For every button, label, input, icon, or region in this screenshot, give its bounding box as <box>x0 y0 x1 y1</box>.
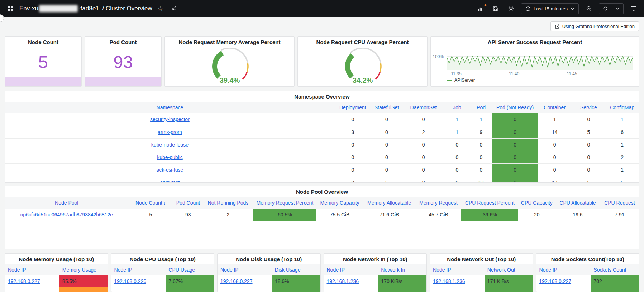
column-header-cpu-request[interactable]: CPU Request <box>600 197 639 209</box>
panel-title[interactable]: Node Pool Overview <box>5 186 639 197</box>
panel-title[interactable]: Namespace Overview <box>5 91 639 102</box>
namespace-link[interactable]: arms-prom <box>158 129 182 135</box>
sub-header: Using Grafana Professional Edition <box>0 17 644 36</box>
y-axis-tick: 100% <box>431 54 447 70</box>
column-header-job[interactable]: Job <box>444 102 470 113</box>
dashboard-title-suffix: -fad8e1 <box>78 5 99 12</box>
panel-title[interactable]: Node Memory Usage (Top 10) <box>5 254 108 264</box>
column-header-node-ip[interactable]: Node IP <box>536 264 591 275</box>
node-ip-link[interactable]: 192.168.0.227 <box>539 278 572 284</box>
chart-legend[interactable]: APIServer <box>447 78 639 83</box>
panel-title[interactable]: Node Request Memory Average Percent <box>165 37 294 47</box>
time-range-picker[interactable]: Last 15 minutes <box>521 3 579 14</box>
column-header-namespace[interactable]: Namespace <box>5 102 335 113</box>
namespace-link[interactable]: ack-csi-fuse <box>157 167 183 173</box>
kiosk-mode-button[interactable] <box>628 3 639 14</box>
refresh-button[interactable] <box>599 4 611 14</box>
column-header-pod-not-ready[interactable]: Pod (Not Ready) <box>492 102 538 113</box>
column-header-network-in[interactable]: Network In <box>378 264 426 275</box>
save-dashboard-button[interactable] <box>490 3 501 14</box>
column-header-configmap[interactable]: ConfigMap <box>605 102 639 113</box>
column-header-cpu-capacity[interactable]: CPU Capacity <box>518 197 555 209</box>
column-header-node-ip[interactable]: Node IP <box>324 264 378 275</box>
panel-title[interactable]: Pod Count <box>85 37 161 47</box>
apps-grid-button[interactable] <box>5 3 16 14</box>
column-header-service[interactable]: Service <box>572 102 605 113</box>
dashboard-grid: Node Count 5 Pod Count 93 Node Request M… <box>0 36 644 292</box>
table-row: kube-public000000002 <box>5 151 639 163</box>
panel-title[interactable]: API Server Success Request Percent <box>431 37 639 47</box>
panel-title[interactable]: Node Count <box>5 37 81 47</box>
column-header-cpu-request-percent[interactable]: CPU Request Percent <box>461 197 518 209</box>
panel-title[interactable]: Node Network In (Top 10) <box>324 254 427 264</box>
panel-title[interactable]: Node CPU Usage (Top 10) <box>111 254 214 264</box>
chevron-down-icon <box>571 7 574 11</box>
gauge-value: 34.2% <box>352 76 373 84</box>
column-header-node-ip[interactable]: Node IP <box>111 264 166 275</box>
star-icon: ☆ <box>158 6 163 12</box>
node-pool-link[interactable]: np6cfc6d51ce064967adb8793842b6812e <box>20 212 113 217</box>
node-ip-link[interactable]: 192.168.0.227 <box>8 278 40 284</box>
favorite-star-button[interactable]: ☆ <box>155 3 166 14</box>
column-header-statefulset[interactable]: StatefulSet <box>371 102 402 113</box>
column-header-cpu-allocatable[interactable]: CPU Allocatable <box>555 197 600 209</box>
column-header-network-out[interactable]: Network Out <box>485 264 533 275</box>
grafana-edition-label: Using Grafana Professional Edition <box>562 24 635 29</box>
namespace-link[interactable]: apm-test <box>160 179 180 183</box>
column-header-pod[interactable]: Pod <box>470 102 493 113</box>
node-pool-table: Node PoolNode Count↓Pod CountNot Running… <box>5 197 639 221</box>
table-row: security-inspector000110101 <box>5 113 639 126</box>
column-header-node-ip[interactable]: Node IP <box>5 264 59 275</box>
zoom-out-button[interactable] <box>583 3 594 14</box>
clock-icon <box>525 6 531 11</box>
apps-grid-icon <box>7 5 14 12</box>
table-row: 192.168.1.236170 KiB/s <box>324 275 427 287</box>
panel-title[interactable]: Node Sockets Count(Top 10) <box>536 254 639 264</box>
apiserver-line-chart <box>447 54 633 70</box>
panel-title[interactable]: Node Request CPU Average Percent <box>298 37 427 47</box>
share-button[interactable] <box>168 3 179 14</box>
column-header-deployment[interactable]: Deployment <box>335 102 371 113</box>
panel-node-request-cpu: Node Request CPU Average Percent 34.2% <box>297 36 428 87</box>
namespace-link[interactable]: kube-public <box>157 154 183 160</box>
dashboard-page-title: / Cluster Overview <box>102 5 152 12</box>
grafana-edition-badge[interactable]: Using Grafana Professional Edition <box>550 21 639 31</box>
column-header-sockets-count[interactable]: Sockets Count <box>591 264 639 275</box>
node-cpu-usage-top-10-table: Node IPCPU Usage192.168.0.2267.67% <box>111 264 214 292</box>
refresh-interval-dropdown[interactable] <box>611 4 623 14</box>
column-header-disk-usage[interactable]: Disk Usage <box>272 264 320 275</box>
column-header-memory-request-percent[interactable]: Memory Request Percent <box>253 197 316 209</box>
redacted-title-segment <box>39 5 78 12</box>
column-header-node-pool[interactable]: Node Pool <box>5 197 128 209</box>
dashboard-settings-button[interactable] <box>506 3 516 14</box>
add-panel-button[interactable]: + <box>475 3 486 14</box>
column-header-pod-count[interactable]: Pod Count <box>173 197 203 209</box>
column-header-memory-usage[interactable]: Memory Usage <box>59 264 108 275</box>
node-ip-link[interactable]: 192.168.0.226 <box>114 278 147 284</box>
table-row-partial <box>218 287 320 292</box>
column-header-node-ip[interactable]: Node IP <box>430 264 485 275</box>
memory-gauge: 39.4% <box>165 47 294 86</box>
node-ip-link[interactable]: 192.168.1.236 <box>327 278 359 284</box>
column-header-node-count[interactable]: Node Count↓ <box>128 197 173 209</box>
namespace-link[interactable]: security-inspector <box>150 116 190 122</box>
column-header-memory-capacity[interactable]: Memory Capacity <box>316 197 363 209</box>
table-row: 192.168.1.236171 KiB/s <box>430 275 533 287</box>
namespace-table: NamespaceDeploymentStatefulSetDaemonSetJ… <box>5 102 639 183</box>
column-header-daemonset[interactable]: DaemonSet <box>402 102 444 113</box>
column-header-container[interactable]: Container <box>538 102 572 113</box>
column-header-node-ip[interactable]: Node IP <box>218 264 272 275</box>
panel-title[interactable]: Node Network Out (Top 10) <box>430 254 533 264</box>
panel-node-request-memory: Node Request Memory Average Percent 39.4… <box>164 36 295 87</box>
node-ip-link[interactable]: 192.168.1.236 <box>433 278 465 284</box>
column-header-memory-request[interactable]: Memory Request <box>416 197 461 209</box>
sort-desc-icon: ↓ <box>163 200 166 206</box>
column-header-memory-allocatable[interactable]: Memory Allocatable <box>363 197 416 209</box>
namespace-link[interactable]: kube-node-lease <box>151 142 189 148</box>
column-header-not-running-pods[interactable]: Not Running Pods <box>203 197 253 209</box>
node-ip-link[interactable]: 192.168.0.227 <box>220 278 253 284</box>
breadcrumb[interactable]: Env-xu -fad8e1 / Cluster Overview <box>19 5 152 12</box>
legend-label: APIServer <box>454 78 475 83</box>
panel-title[interactable]: Node Disk Usage (Top 10) <box>218 254 320 264</box>
column-header-cpu-usage[interactable]: CPU Usage <box>166 264 214 275</box>
